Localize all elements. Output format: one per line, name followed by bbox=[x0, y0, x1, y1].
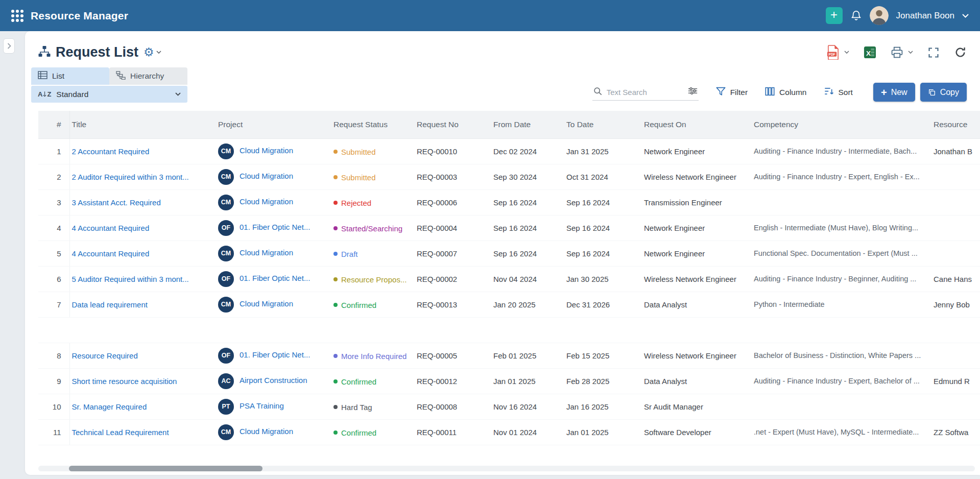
table-row[interactable]: 22 Auditor Required within 3 mont...CMCl… bbox=[38, 164, 980, 189]
filter-button[interactable]: Filter bbox=[716, 87, 748, 98]
title-cell: Sr. Manager Required bbox=[69, 394, 216, 419]
project-link[interactable]: 01. Fiber Optic Net... bbox=[240, 350, 310, 359]
resource-cell: ZZ Softwa bbox=[931, 419, 980, 445]
fullscreen-button[interactable] bbox=[927, 46, 940, 59]
sort-button[interactable]: Sort bbox=[824, 87, 853, 98]
print-button[interactable] bbox=[891, 46, 903, 58]
tab-hierarchy[interactable]: Hierarchy bbox=[109, 67, 187, 85]
request-title-link[interactable]: Data lead requirement bbox=[72, 300, 148, 309]
from-date-cell: Sep 30 2024 bbox=[491, 164, 564, 189]
from-date-cell: Sep 16 2024 bbox=[491, 189, 564, 215]
project-link[interactable]: PSA Training bbox=[240, 401, 284, 410]
table-row[interactable]: 9Short time resource acquisitionACAirpor… bbox=[38, 368, 980, 394]
request-title-link[interactable]: 2 Accountant Required bbox=[72, 147, 150, 156]
column-header[interactable]: Request Status bbox=[331, 111, 415, 138]
spacer-row bbox=[38, 317, 980, 343]
resource-cell: Jenny Bob bbox=[931, 292, 980, 317]
status-dot bbox=[333, 405, 338, 409]
competency-cell: Auditing - Finance Industry - Expert, Ba… bbox=[752, 368, 931, 394]
column-header[interactable]: Request No bbox=[415, 111, 491, 138]
column-button[interactable]: Column bbox=[765, 87, 806, 98]
settings-gear-icon[interactable]: ⚙ bbox=[144, 46, 154, 58]
search-input[interactable] bbox=[607, 88, 683, 97]
column-header[interactable]: From Date bbox=[491, 111, 564, 138]
sidebar-expand-toggle[interactable] bbox=[3, 38, 15, 54]
copy-button[interactable]: Copy bbox=[920, 83, 967, 102]
from-date-cell: Nov 04 2024 bbox=[491, 266, 564, 292]
row-number-cell: 5 bbox=[38, 241, 69, 266]
title-cell: 3 Assistant Acct. Required bbox=[69, 189, 216, 215]
project-link[interactable]: 01. Fiber Optic Net... bbox=[240, 223, 310, 231]
hierarchy-view-icon bbox=[116, 71, 126, 82]
title-cell: Data lead requirement bbox=[69, 292, 216, 317]
project-link[interactable]: Cloud Migration bbox=[240, 146, 293, 155]
project-cell: CMCloud Migration bbox=[216, 164, 331, 189]
resource-cell: Jonathan B bbox=[931, 138, 980, 164]
horizontal-scrollbar[interactable] bbox=[38, 466, 975, 471]
project-link[interactable]: Airport Construction bbox=[240, 376, 307, 385]
tab-list[interactable]: List bbox=[31, 67, 109, 85]
view-block: List Hierarchy AZ Standard bbox=[31, 67, 187, 103]
user-menu-chevron-icon[interactable] bbox=[962, 14, 969, 18]
request-title-link[interactable]: 4 Accountant Required bbox=[72, 249, 150, 258]
project-link[interactable]: Cloud Migration bbox=[240, 197, 293, 206]
status-cell: Confirmed bbox=[331, 292, 415, 317]
table-row[interactable]: 10Sr. Manager RequiredPTPSA TrainingHard… bbox=[38, 394, 980, 419]
column-header[interactable]: Competency bbox=[752, 111, 931, 138]
request-title-link[interactable]: Sr. Manager Required bbox=[72, 402, 147, 411]
column-header[interactable]: Project bbox=[216, 111, 331, 138]
table-row[interactable]: 11Technical Lead RequirementCMCloud Migr… bbox=[38, 419, 980, 445]
status-label: More Info Required bbox=[341, 351, 407, 360]
column-header[interactable]: Request On bbox=[642, 111, 752, 138]
project-link[interactable]: Cloud Migration bbox=[240, 172, 293, 180]
topbar: Resource Manager + Jonathan Boon bbox=[0, 0, 980, 31]
filter-label: Filter bbox=[730, 88, 748, 97]
request-title-link[interactable]: Resource Required bbox=[72, 351, 138, 360]
request-title-link[interactable]: Short time resource acquisition bbox=[72, 377, 177, 386]
advanced-search-icon[interactable] bbox=[688, 87, 698, 97]
quick-add-button[interactable]: + bbox=[826, 7, 843, 24]
table-row[interactable]: 33 Assistant Acct. RequiredCMCloud Migra… bbox=[38, 189, 980, 215]
column-header[interactable]: # bbox=[38, 111, 69, 138]
resource-cell bbox=[931, 343, 980, 368]
app-launcher-icon[interactable] bbox=[11, 10, 23, 22]
refresh-button[interactable] bbox=[954, 46, 967, 59]
column-header[interactable]: Resource bbox=[931, 111, 980, 138]
title-menu-chevron-icon[interactable] bbox=[156, 51, 161, 54]
status-label: Submitted bbox=[341, 147, 376, 156]
from-date-cell: Dec 02 2024 bbox=[491, 138, 564, 164]
from-date-cell: Jan 20 2025 bbox=[491, 292, 564, 317]
table-row[interactable]: 44 Accountant RequiredOF01. Fiber Optic … bbox=[38, 215, 980, 241]
project-link[interactable]: Cloud Migration bbox=[240, 299, 293, 308]
project-link[interactable]: Cloud Migration bbox=[240, 248, 293, 257]
request-title-link[interactable]: 3 Assistant Acct. Required bbox=[72, 198, 161, 207]
column-header[interactable]: To Date bbox=[564, 111, 642, 138]
pdf-options-chevron-icon[interactable] bbox=[844, 51, 849, 54]
copy-button-label: Copy bbox=[940, 88, 959, 97]
request-title-link[interactable]: Technical Lead Requirement bbox=[72, 428, 169, 437]
user-avatar[interactable] bbox=[870, 6, 889, 25]
project-link[interactable]: Cloud Migration bbox=[240, 427, 293, 436]
project-link[interactable]: 01. Fiber Optic Net... bbox=[240, 274, 310, 282]
export-pdf-button[interactable]: PDF bbox=[827, 45, 840, 60]
new-button[interactable]: + New bbox=[873, 83, 915, 102]
column-header[interactable]: Title bbox=[69, 111, 216, 138]
table-header-row: #TitleProjectRequest StatusRequest NoFro… bbox=[38, 111, 980, 138]
print-options-chevron-icon[interactable] bbox=[908, 51, 913, 54]
status-dot bbox=[333, 252, 338, 256]
request-title-link[interactable]: 5 Auditor Required within 3 mont... bbox=[72, 275, 189, 283]
table-row[interactable]: 12 Accountant RequiredCMCloud MigrationS… bbox=[38, 138, 980, 164]
scrollbar-thumb[interactable] bbox=[69, 466, 262, 471]
request-title-link[interactable]: 2 Auditor Required within 3 mont... bbox=[72, 173, 189, 181]
notifications-bell-icon[interactable] bbox=[850, 10, 862, 21]
request-title-link[interactable]: 4 Accountant Required bbox=[72, 224, 150, 232]
status-label: Started/Searching bbox=[341, 224, 402, 232]
view-selector[interactable]: AZ Standard bbox=[31, 86, 187, 103]
table-row[interactable]: 8Resource RequiredOF01. Fiber Optic Net.… bbox=[38, 343, 980, 368]
table-row[interactable]: 54 Accountant RequiredCMCloud MigrationD… bbox=[38, 241, 980, 266]
to-date-cell: Feb 15 2025 bbox=[564, 343, 642, 368]
export-excel-button[interactable]: X bbox=[864, 46, 876, 59]
tab-hierarchy-label: Hierarchy bbox=[130, 71, 164, 81]
table-row[interactable]: 65 Auditor Required within 3 mont...OF01… bbox=[38, 266, 980, 292]
table-row[interactable]: 7Data lead requirementCMCloud MigrationC… bbox=[38, 292, 980, 317]
